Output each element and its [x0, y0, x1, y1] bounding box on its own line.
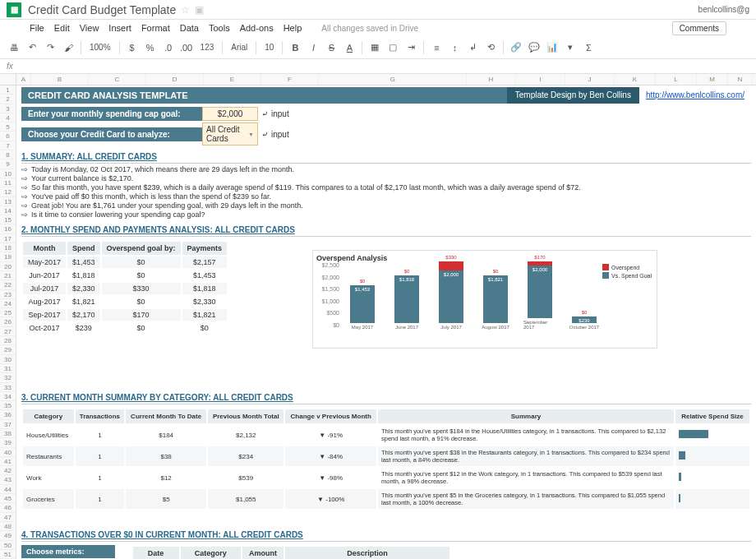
row-header[interactable]: 34 [0, 392, 16, 401]
currency-icon[interactable]: $ [125, 40, 140, 55]
chart-icon[interactable]: 📊 [545, 40, 560, 55]
rotate-icon[interactable]: ⟲ [483, 40, 498, 55]
row-header[interactable]: 43 [0, 475, 16, 484]
percent-icon[interactable]: % [143, 40, 158, 55]
row-header[interactable]: 1 [0, 85, 16, 95]
zoom-select[interactable]: 100% [86, 43, 114, 52]
select-all-corner[interactable] [0, 74, 16, 85]
col-i[interactable]: I [516, 74, 565, 85]
row-header[interactable]: 25 [0, 308, 16, 317]
row-header[interactable]: 7 [0, 141, 16, 150]
row-header[interactable]: 39 [0, 438, 16, 447]
row-header[interactable]: 19 [0, 252, 16, 261]
fill-color-icon[interactable]: ▦ [367, 40, 382, 55]
number-format-select[interactable]: 123 [197, 43, 218, 52]
row-header[interactable]: 42 [0, 466, 16, 475]
credit-card-select[interactable]: All Credit Cards ▼ [202, 122, 258, 146]
col-b[interactable]: B [31, 74, 89, 85]
menu-edit[interactable]: Edit [54, 23, 70, 33]
overspend-chart[interactable]: Overspend Analysis $2,500$2,000$1,500$1,… [312, 250, 657, 349]
col-a[interactable]: A [16, 74, 31, 85]
undo-icon[interactable]: ↶ [25, 40, 39, 55]
row-header[interactable]: 18 [0, 243, 16, 252]
template-link[interactable]: http://www.benlcollins.com/ [639, 87, 751, 104]
bold-icon[interactable]: B [288, 40, 302, 55]
row-header[interactable]: 33 [0, 383, 16, 392]
row-header[interactable]: 32 [0, 373, 16, 382]
print-icon[interactable]: 🖶 [7, 40, 21, 55]
row-header[interactable]: 41 [0, 457, 16, 466]
col-k[interactable]: K [615, 74, 656, 85]
row-header[interactable]: 28 [0, 336, 16, 345]
functions-icon[interactable]: Σ [581, 40, 596, 55]
comment-icon[interactable]: 💬 [527, 40, 542, 55]
row-header[interactable]: 49 [0, 531, 16, 540]
row-header[interactable]: 21 [0, 271, 16, 280]
row-header[interactable]: 23 [0, 290, 16, 299]
font-select[interactable]: Arial [228, 43, 251, 52]
row-header[interactable]: 44 [0, 485, 16, 494]
doc-title[interactable]: Credit Card Budget Template [28, 3, 176, 16]
col-m[interactable]: M [697, 74, 728, 85]
row-header[interactable]: 2 [0, 95, 16, 104]
row-header[interactable]: 26 [0, 317, 16, 326]
font-size-select[interactable]: 10 [261, 43, 277, 52]
row-header[interactable]: 30 [0, 355, 16, 364]
row-header[interactable]: 15 [0, 215, 16, 224]
row-header[interactable]: 4 [0, 113, 16, 122]
sheets-logo-icon[interactable]: ▦ [7, 2, 21, 17]
formula-bar[interactable]: fx [0, 59, 756, 74]
row-header[interactable]: 38 [0, 429, 16, 438]
menu-data[interactable]: Data [180, 23, 199, 33]
row-header[interactable]: 48 [0, 522, 16, 531]
col-g[interactable]: G [319, 74, 467, 85]
decimal-decrease-icon[interactable]: .0 [161, 40, 176, 55]
row-header[interactable]: 14 [0, 206, 16, 215]
row-header[interactable]: 45 [0, 494, 16, 503]
paint-format-icon[interactable]: 🖌 [61, 40, 76, 55]
col-f[interactable]: F [261, 74, 319, 85]
row-header[interactable]: 5 [0, 122, 16, 132]
comments-button[interactable]: Comments [672, 21, 726, 35]
row-header[interactable]: 36 [0, 410, 16, 419]
filter-icon[interactable]: ▾ [563, 40, 578, 55]
menu-view[interactable]: View [80, 23, 99, 33]
decimal-increase-icon[interactable]: .00 [179, 40, 194, 55]
col-e[interactable]: E [204, 74, 261, 85]
menu-help[interactable]: Help [284, 23, 302, 33]
row-header[interactable]: 9 [0, 159, 16, 169]
col-j[interactable]: J [565, 74, 615, 85]
col-n[interactable]: N [728, 74, 753, 85]
row-header[interactable]: 50 [0, 541, 16, 550]
row-header[interactable]: 31 [0, 364, 16, 373]
row-header[interactable]: 46 [0, 503, 16, 512]
menu-addons[interactable]: Add-ons [240, 23, 274, 33]
row-header[interactable]: 47 [0, 513, 16, 522]
link-icon[interactable]: 🔗 [509, 40, 523, 55]
row-header[interactable]: 29 [0, 345, 16, 354]
col-c[interactable]: C [89, 74, 146, 85]
row-header[interactable]: 13 [0, 197, 16, 206]
italic-icon[interactable]: I [306, 40, 320, 55]
row-header[interactable]: 16 [0, 224, 16, 233]
star-icon[interactable]: ☆ [181, 4, 190, 16]
row-header[interactable]: 40 [0, 448, 16, 457]
row-header[interactable]: 12 [0, 187, 16, 196]
row-header[interactable]: 3 [0, 104, 16, 113]
menu-insert[interactable]: Insert [108, 23, 131, 33]
row-header[interactable]: 8 [0, 150, 16, 159]
row-header[interactable]: 24 [0, 299, 16, 308]
col-h[interactable]: H [467, 74, 516, 85]
account-label[interactable]: benlcollins@g [698, 5, 749, 14]
sheet-content[interactable]: CREDIT CARD ANALYSIS TEMPLATE Template D… [16, 85, 756, 559]
merge-icon[interactable]: ⇥ [403, 40, 418, 55]
row-header[interactable]: 11 [0, 178, 16, 187]
row-header[interactable]: 10 [0, 169, 16, 178]
folder-icon[interactable]: ▣ [195, 4, 204, 16]
menu-tools[interactable]: Tools [209, 23, 230, 33]
col-l[interactable]: L [656, 74, 697, 85]
row-header[interactable]: 51 [0, 550, 16, 559]
redo-icon[interactable]: ↷ [43, 40, 58, 55]
row-header[interactable]: 37 [0, 420, 16, 429]
row-header[interactable]: 20 [0, 262, 16, 271]
